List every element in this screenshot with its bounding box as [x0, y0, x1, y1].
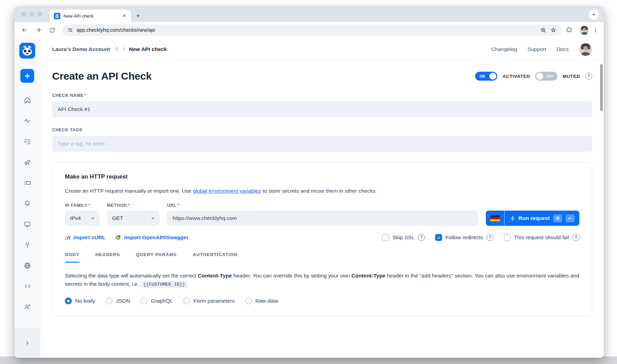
ip-family-select[interactable]: IPv4: [65, 211, 99, 226]
skip-ssl-help-icon[interactable]: ?: [418, 234, 425, 241]
user-avatar[interactable]: [579, 43, 592, 56]
site-settings-icon[interactable]: [67, 27, 73, 33]
minimize-window-button[interactable]: [29, 12, 34, 17]
chevron-down-icon: [150, 216, 155, 221]
chevron-down-icon: [591, 12, 597, 17]
check-state-toggles: ON ACTIVATED OFF MUTED ?: [475, 72, 592, 81]
toggles-help-icon[interactable]: ?: [585, 73, 592, 80]
check-icon: [437, 235, 441, 240]
page-title: Create an API Check: [52, 70, 152, 82]
url-text[interactable]: app.checklyhq.com/checks/new/api: [77, 27, 537, 33]
browser-tabstrip: New API check ✕ +: [14, 6, 604, 22]
dashboards-icon[interactable]: [20, 216, 35, 232]
forward-button[interactable]: [32, 24, 44, 36]
request-should-fail-option: This request should fail ?: [504, 234, 579, 241]
new-tab-button[interactable]: +: [131, 12, 145, 22]
muted-label: MUTED: [562, 74, 580, 79]
activated-toggle-text: ON: [479, 74, 485, 78]
body-type-radios: No body JSON GraphQL Form parameter: [65, 297, 579, 304]
sidebar-expand-button[interactable]: [14, 328, 40, 358]
invite-user-icon[interactable]: [20, 299, 35, 314]
skip-ssl-checkbox[interactable]: [382, 234, 389, 241]
openapi-swagger-icon: [115, 234, 121, 241]
method-select[interactable]: GET: [107, 211, 159, 226]
browser-menu-icon[interactable]: [592, 27, 598, 33]
create-new-button[interactable]: +: [20, 69, 34, 83]
import-curl-link[interactable]: :// import cURL: [65, 234, 105, 241]
chevron-right-icon: [24, 340, 31, 346]
env-variables-link[interactable]: global environment variables: [193, 188, 261, 194]
check-tags-input[interactable]: [52, 136, 592, 152]
extensions-icon[interactable]: [566, 27, 572, 33]
request-should-fail-help-icon[interactable]: ?: [572, 234, 579, 241]
account-switcher[interactable]: Laura's Demo Account: [52, 46, 110, 52]
radio-dot[interactable]: [106, 297, 112, 304]
checkly-logo[interactable]: [19, 43, 35, 59]
profile-avatar[interactable]: [580, 26, 589, 35]
run-request-label: Run request: [519, 215, 550, 221]
import-openapi-link[interactable]: import OpenAPI/Swagger: [115, 234, 188, 241]
browser-tab[interactable]: New API check ✕: [50, 10, 131, 22]
url-input[interactable]: [167, 211, 478, 226]
zoom-icon[interactable]: [540, 27, 547, 33]
radio-form-parameters[interactable]: Form parameters: [183, 297, 235, 304]
checks-list-icon[interactable]: [20, 134, 35, 149]
radio-dot[interactable]: [140, 297, 147, 304]
run-request-group: Run request ⌘ ↵: [486, 211, 579, 226]
address-bar[interactable]: app.checklyhq.com/checks/new/api: [62, 24, 561, 36]
tab-headers[interactable]: HEADERS: [95, 252, 120, 263]
activated-toggle[interactable]: ON: [475, 72, 497, 81]
nav-support[interactable]: Support: [527, 46, 546, 52]
toggle-knob: [489, 73, 496, 80]
tab-query-params[interactable]: QUERY PARAMS: [136, 252, 177, 263]
scrollbar-thumb[interactable]: [600, 64, 603, 111]
telescope-icon[interactable]: [20, 154, 35, 170]
bookmark-star-icon[interactable]: [550, 27, 557, 33]
breadcrumb: Laura's Demo Account / New API check: [52, 46, 167, 52]
http-request-card: Make an HTTP request Create an HTTP requ…: [52, 162, 592, 316]
browser-toolbar: app.checklyhq.com/checks/new/api: [14, 22, 604, 38]
radio-no-body[interactable]: No body: [65, 297, 95, 304]
radio-dot[interactable]: [245, 297, 252, 304]
radio-dot[interactable]: [183, 297, 190, 304]
home-icon[interactable]: [20, 92, 35, 108]
tab-close-icon[interactable]: ✕: [121, 13, 128, 19]
account-switcher-chevrons-icon[interactable]: [114, 46, 119, 52]
nav-docs[interactable]: Docs: [557, 46, 569, 52]
check-name-input[interactable]: [52, 101, 592, 117]
activity-icon[interactable]: [20, 113, 35, 128]
tab-search-button[interactable]: [589, 9, 599, 20]
cmd-key-badge: ⌘: [553, 214, 562, 222]
radio-json[interactable]: JSON: [106, 297, 130, 304]
activated-label: ACTIVATED: [502, 74, 530, 79]
back-button[interactable]: [19, 24, 30, 36]
radio-raw-data[interactable]: Raw data: [245, 297, 278, 304]
run-location-button[interactable]: [486, 211, 505, 226]
request-card-title: Make an HTTP request: [65, 173, 579, 180]
nav-changelog[interactable]: Changelog: [491, 46, 517, 52]
run-request-button[interactable]: Run request ⌘ ↵: [505, 211, 579, 226]
notifications-bell-icon[interactable]: [20, 196, 35, 211]
radio-dot[interactable]: [65, 297, 72, 304]
muted-toggle[interactable]: OFF: [535, 72, 557, 81]
tab-authentication[interactable]: AUTHENTICATION: [193, 252, 237, 263]
cli-code-icon[interactable]: [20, 279, 35, 294]
request-card-description: Create an HTTP request manually or impor…: [65, 188, 579, 194]
follow-redirects-checkbox[interactable]: [435, 234, 442, 241]
close-window-button[interactable]: [21, 12, 26, 17]
zoom-window-button[interactable]: [37, 12, 42, 17]
maintenance-icon[interactable]: [20, 237, 35, 252]
groups-icon[interactable]: [20, 175, 35, 190]
browser-actions: [566, 26, 600, 35]
radio-graphql[interactable]: GraphQL: [140, 297, 173, 304]
tab-body[interactable]: BODY: [65, 252, 79, 263]
toggle-knob: [536, 73, 543, 80]
follow-redirects-help-icon[interactable]: ?: [487, 234, 493, 241]
private-locations-globe-icon[interactable]: [20, 258, 35, 273]
follow-redirects-option: Follow redirects ?: [435, 234, 493, 241]
request-should-fail-checkbox[interactable]: [504, 234, 511, 241]
chevron-down-icon: [90, 216, 95, 221]
reload-button[interactable]: [46, 24, 58, 36]
germany-flag-icon: [490, 215, 500, 221]
curl-icon: ://: [65, 235, 70, 241]
